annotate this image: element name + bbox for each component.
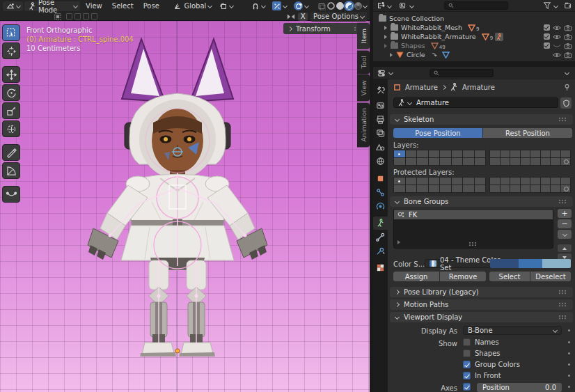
bone-layer-cell[interactable] <box>551 185 560 192</box>
bone-layer-cell[interactable] <box>406 150 417 157</box>
names-checkbox[interactable] <box>463 338 471 346</box>
bone-layer-cell[interactable] <box>440 185 451 192</box>
bone-group-specials-button[interactable] <box>558 230 572 239</box>
character-mesh[interactable] <box>84 36 271 356</box>
properties-search-input[interactable] <box>430 69 494 77</box>
bone-layer-cell[interactable] <box>510 150 520 157</box>
bone-layer-cell[interactable] <box>417 185 428 192</box>
select-button[interactable]: Select <box>489 272 530 281</box>
tab-viewlayer-properties[interactable] <box>373 127 388 140</box>
pose-options-dropdown[interactable]: Pose Options <box>310 12 367 22</box>
horizontal-splitter[interactable] <box>373 61 575 67</box>
menu-select[interactable]: Select <box>108 2 138 10</box>
tool-cursor-button[interactable] <box>2 42 20 59</box>
bone-layer-cell[interactable] <box>521 178 530 185</box>
x-mirror-icon[interactable] <box>286 12 295 21</box>
eye-icon[interactable] <box>553 52 561 58</box>
breadcrumb-object[interactable]: Armature <box>405 84 438 91</box>
tab-output-properties[interactable] <box>373 113 388 126</box>
group-colors-checkbox[interactable] <box>463 361 471 368</box>
bone-layer-cell[interactable] <box>452 150 463 157</box>
bone-layer-cell[interactable] <box>452 178 463 185</box>
outliner-editor-icon[interactable] <box>376 1 385 10</box>
bone-layer-cell[interactable] <box>463 178 474 185</box>
exclude-checkbox[interactable] <box>544 24 550 31</box>
tool-pose-breakdowner-button[interactable] <box>2 186 20 203</box>
axes-position-slider[interactable]: Position 0.0 <box>477 383 562 392</box>
axes-checkbox[interactable] <box>463 383 471 391</box>
snap-dropdown[interactable] <box>248 1 268 11</box>
tool-move-button[interactable] <box>2 66 20 83</box>
bone-group-list[interactable]: FK <box>393 209 553 249</box>
tool-rotate-button[interactable] <box>2 84 20 101</box>
bone-layer-cell[interactable] <box>475 150 486 157</box>
filter-icon[interactable] <box>542 1 551 10</box>
bone-layer-cell[interactable] <box>417 150 428 157</box>
deselect-button[interactable]: Deselect <box>530 272 571 281</box>
add-bone-group-button[interactable]: + <box>558 209 572 218</box>
bone-layer-cell[interactable] <box>452 158 463 165</box>
rest-position-button[interactable]: Rest Position <box>483 128 572 138</box>
animate-dot[interactable] <box>568 375 570 377</box>
bone-layer-cell[interactable] <box>541 150 551 157</box>
bone-layer-cell[interactable] <box>501 150 510 157</box>
bone-layer-cell[interactable] <box>530 185 540 192</box>
bone-layer-cell[interactable] <box>510 185 520 192</box>
tab-texture-properties[interactable] <box>373 261 388 274</box>
bone-layer-cell[interactable] <box>417 158 428 165</box>
bone-layer-cell[interactable] <box>490 158 500 165</box>
shapes-checkbox[interactable] <box>463 350 471 357</box>
assign-button[interactable]: Assign <box>393 272 439 281</box>
panel-header-motion-paths[interactable]: Motion Paths <box>390 299 573 310</box>
editor-type-button[interactable] <box>3 1 23 11</box>
proportional-editing-toggle[interactable] <box>269 1 290 11</box>
outliner-row-circle[interactable]: Circle <box>373 50 575 59</box>
bone-layer-cell[interactable] <box>429 178 440 185</box>
bone-layer-cell[interactable] <box>541 185 551 192</box>
bone-layer-cell[interactable] <box>490 150 500 157</box>
orientation-dropdown[interactable]: Global <box>170 1 214 11</box>
bone-layer-cell[interactable] <box>475 185 486 192</box>
animate-dot[interactable] <box>568 329 570 331</box>
gizmos-toggle[interactable] <box>291 1 311 11</box>
bone-group-item-fk[interactable]: FK <box>394 210 553 219</box>
bone-layer-cell[interactable] <box>510 178 520 185</box>
bone-layer-cell[interactable] <box>501 158 510 165</box>
origin-point[interactable] <box>175 349 180 353</box>
outliner-row-scene-collection[interactable]: Scene Collection <box>373 14 575 23</box>
bone-layer-cell[interactable] <box>429 185 440 192</box>
eye-icon[interactable] <box>553 24 561 31</box>
bone-layer-cell[interactable] <box>541 178 551 185</box>
bone-layer-cell[interactable] <box>406 185 417 192</box>
list-filter-disclosure-icon[interactable] <box>397 240 400 244</box>
tab-tool-properties[interactable] <box>373 84 388 97</box>
menu-view[interactable]: View <box>81 2 107 10</box>
remove-bone-group-button[interactable]: − <box>558 219 572 228</box>
bone-layer-cell[interactable] <box>521 158 530 165</box>
tab-animation[interactable]: Animation <box>357 102 370 147</box>
disclosure-icon[interactable] <box>390 53 393 57</box>
display-mode-icon[interactable] <box>398 1 407 10</box>
panel-header-pose-library[interactable]: Pose Library (Legacy) <box>390 287 573 297</box>
tab-item[interactable]: Item <box>357 23 370 49</box>
breadcrumb-data[interactable]: Armature <box>462 84 495 91</box>
viewport-3d[interactable]: Front Orthographic (0) Armature : CTRL_s… <box>0 21 370 392</box>
bone-layer-cell[interactable] <box>475 178 486 185</box>
bone-layer-cell[interactable] <box>406 178 417 185</box>
tab-view[interactable]: View <box>357 75 370 102</box>
animate-dot[interactable] <box>568 352 570 354</box>
bone-layer-cell[interactable] <box>394 158 405 165</box>
bone-layer-cell[interactable] <box>463 185 474 192</box>
camera-render-icon[interactable] <box>564 24 572 31</box>
outliner-search-input[interactable] <box>444 1 508 10</box>
display-as-dropdown[interactable]: B-Bone <box>463 326 562 335</box>
exclude-checkbox[interactable] <box>544 33 550 40</box>
bone-layer-cell[interactable] <box>530 158 540 165</box>
bone-layer-cell[interactable] <box>521 185 530 192</box>
animate-dot[interactable] <box>568 386 570 388</box>
eye-closed-icon[interactable] <box>553 42 561 49</box>
bone-layer-cell[interactable] <box>561 150 571 157</box>
bone-layer-cell[interactable] <box>551 178 560 185</box>
shading-rendered-button[interactable] <box>354 2 362 10</box>
bone-layer-cell[interactable] <box>490 185 500 192</box>
